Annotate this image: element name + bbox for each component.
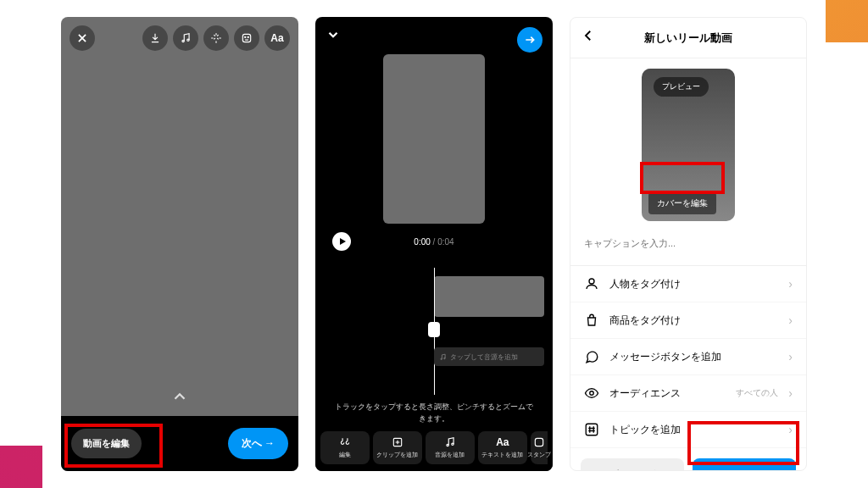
forward-button[interactable] — [517, 27, 542, 53]
collapse-icon[interactable] — [326, 27, 341, 53]
person-icon — [584, 276, 599, 291]
cover-preview: プレビュー カバーを編集 — [642, 69, 735, 221]
svg-rect-10 — [535, 438, 542, 446]
tool-add-audio[interactable]: 音源を追加 — [426, 431, 475, 464]
svg-point-11 — [589, 279, 594, 284]
svg-rect-2 — [242, 34, 250, 42]
chevron-up-icon[interactable] — [170, 387, 189, 410]
audio-track-add[interactable]: タップして音源を追加 — [434, 347, 544, 366]
option-audience[interactable]: オーディエンス すべての人 › — [570, 375, 806, 412]
video-preview — [383, 54, 485, 224]
svg-point-4 — [248, 36, 248, 37]
option-tag-products[interactable]: 商品をタグ付け › — [570, 302, 806, 339]
eye-icon — [584, 385, 599, 401]
share-button[interactable]: シェア — [693, 458, 796, 471]
svg-point-3 — [245, 36, 246, 37]
timeline[interactable]: タップして音源を追加 — [315, 268, 553, 402]
panel-new-reel: 新しいリール動画 プレビュー カバーを編集 人物をタグ付け › 商品をタグ — [570, 17, 807, 471]
timecode: 0:00 / 0:04 — [368, 237, 500, 247]
tool-add-clip[interactable]: クリップを追加 — [373, 431, 422, 464]
chat-icon — [584, 349, 599, 364]
download-icon[interactable] — [142, 25, 168, 51]
option-topic[interactable]: トピックを追加 › — [570, 412, 806, 448]
next-button[interactable]: 次へ → — [228, 428, 288, 459]
caption-input[interactable] — [570, 230, 806, 257]
svg-point-0 — [182, 40, 184, 42]
svg-point-6 — [444, 358, 446, 359]
panel-story-editor: Aa 動画を編集 次へ → — [61, 17, 298, 471]
svg-rect-13 — [586, 424, 598, 435]
preview-button[interactable]: プレビュー — [654, 77, 709, 97]
decorative-corner-tr — [826, 0, 868, 42]
svg-point-1 — [187, 39, 189, 41]
sticker-icon[interactable] — [234, 25, 259, 51]
edit-video-button[interactable]: 動画を編集 — [71, 429, 142, 458]
save-draft-button[interactable]: 下書きを保存 — [581, 458, 684, 471]
tool-add-stamp[interactable]: スタンプ — [531, 431, 548, 464]
hash-icon — [584, 422, 599, 437]
page-title: 新しいリール動画 — [596, 30, 781, 46]
music-icon[interactable] — [173, 25, 198, 51]
svg-point-12 — [590, 391, 594, 396]
playhead-handle[interactable] — [428, 322, 440, 337]
back-icon[interactable] — [581, 28, 596, 47]
tool-edit[interactable]: 編集 — [320, 431, 370, 464]
decorative-corner-bl — [0, 446, 42, 488]
tool-add-text[interactable]: Aa テキストを追加 — [478, 431, 527, 464]
zoom-hint: トラックをタップすると長さ調整、ピンチするとズームできます。 — [315, 402, 553, 424]
bag-icon — [584, 313, 599, 328]
svg-point-9 — [452, 443, 453, 445]
effects-icon[interactable] — [203, 25, 229, 51]
svg-point-8 — [447, 444, 448, 446]
video-clip[interactable] — [434, 276, 544, 317]
option-tag-people[interactable]: 人物をタグ付け › — [570, 266, 806, 302]
text-icon[interactable]: Aa — [264, 25, 290, 51]
svg-point-5 — [441, 358, 442, 360]
close-icon[interactable] — [70, 25, 95, 51]
edit-cover-button[interactable]: カバーを編集 — [648, 192, 716, 214]
play-button[interactable] — [332, 232, 351, 251]
panel-timeline-editor: 0:00 / 0:04 タップして音源を追加 トラックをタップすると長さ調整、ピ… — [315, 17, 553, 471]
option-message-button[interactable]: メッセージボタンを追加 › — [570, 339, 806, 375]
